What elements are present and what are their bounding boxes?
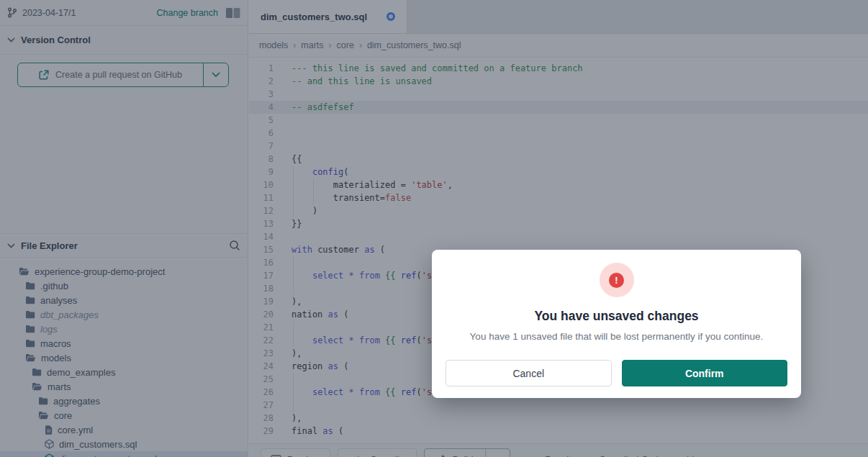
modal-actions: Cancel Confirm xyxy=(443,360,790,386)
unsaved-changes-modal: ! You have unsaved changes You have 1 un… xyxy=(432,250,801,398)
modal-body-text: You have 1 unsaved file that will be los… xyxy=(470,331,764,342)
cancel-button[interactable]: Cancel xyxy=(446,360,612,386)
alert-icon: ! xyxy=(600,263,634,297)
confirm-button[interactable]: Confirm xyxy=(622,360,788,386)
modal-title: You have unsaved changes xyxy=(534,309,698,324)
dbt-ide-app: 2023-04-17/1 Change branch Version Contr… xyxy=(0,0,868,457)
alert-exclamation: ! xyxy=(609,273,624,288)
